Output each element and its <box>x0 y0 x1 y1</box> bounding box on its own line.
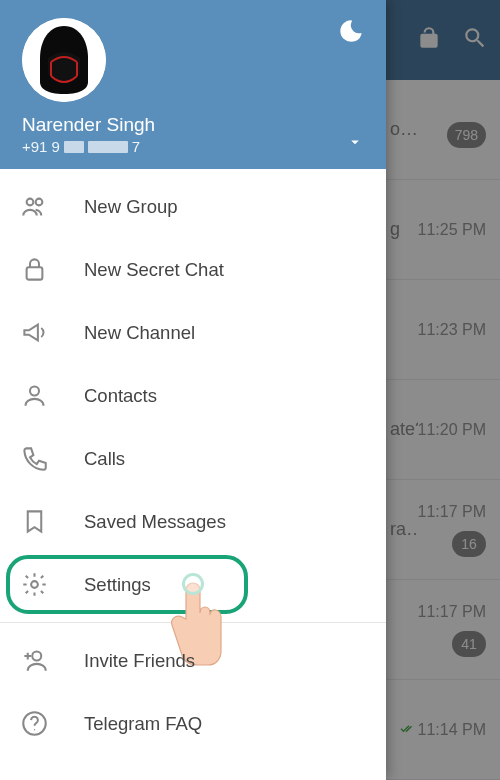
svg-point-1 <box>26 199 33 206</box>
person-icon <box>20 382 48 409</box>
menu-saved-messages[interactable]: Saved Messages <box>0 490 386 553</box>
add-person-icon <box>20 647 48 674</box>
gear-icon <box>20 571 48 598</box>
svg-point-6 <box>32 652 41 661</box>
group-icon <box>20 193 48 220</box>
phone-redaction <box>88 141 128 153</box>
divider <box>0 622 386 623</box>
drawer-menu: New Group New Secret Chat New Channel Co… <box>0 169 386 780</box>
menu-label: Invite Friends <box>84 650 195 672</box>
menu-contacts[interactable]: Contacts <box>0 364 386 427</box>
menu-settings[interactable]: Settings <box>0 553 386 616</box>
svg-point-8 <box>33 729 34 730</box>
svg-rect-3 <box>26 267 42 279</box>
bookmark-icon <box>20 508 48 535</box>
menu-label: New Group <box>84 196 178 218</box>
night-mode-toggle[interactable] <box>338 18 364 48</box>
navigation-drawer: Narender Singh +91 9 7 New Group <box>0 0 386 780</box>
chevron-down-icon <box>346 137 364 154</box>
menu-new-channel[interactable]: New Channel <box>0 301 386 364</box>
menu-faq[interactable]: Telegram FAQ <box>0 692 386 755</box>
phone-icon <box>20 445 48 472</box>
menu-label: Contacts <box>84 385 157 407</box>
moon-icon <box>338 30 364 47</box>
svg-point-2 <box>35 199 42 206</box>
avatar[interactable] <box>22 18 106 102</box>
menu-new-secret-chat[interactable]: New Secret Chat <box>0 238 386 301</box>
account-switcher[interactable] <box>346 133 364 155</box>
megaphone-icon <box>20 319 48 346</box>
menu-new-group[interactable]: New Group <box>0 175 386 238</box>
menu-label: New Channel <box>84 322 195 344</box>
help-icon <box>20 710 48 737</box>
svg-point-4 <box>30 387 39 396</box>
menu-label: Telegram FAQ <box>84 713 202 735</box>
menu-label: Saved Messages <box>84 511 226 533</box>
drawer-header: Narender Singh +91 9 7 <box>0 0 386 169</box>
phone-redaction <box>64 141 84 153</box>
svg-point-5 <box>31 581 38 588</box>
menu-label: Calls <box>84 448 125 470</box>
menu-label: New Secret Chat <box>84 259 224 281</box>
menu-invite-friends[interactable]: Invite Friends <box>0 629 386 692</box>
modal-scrim[interactable] <box>386 0 500 780</box>
lock-icon <box>20 256 48 283</box>
user-phone: +91 9 7 <box>22 138 155 155</box>
menu-label: Settings <box>84 574 151 596</box>
menu-calls[interactable]: Calls <box>0 427 386 490</box>
user-name: Narender Singh <box>22 114 155 136</box>
